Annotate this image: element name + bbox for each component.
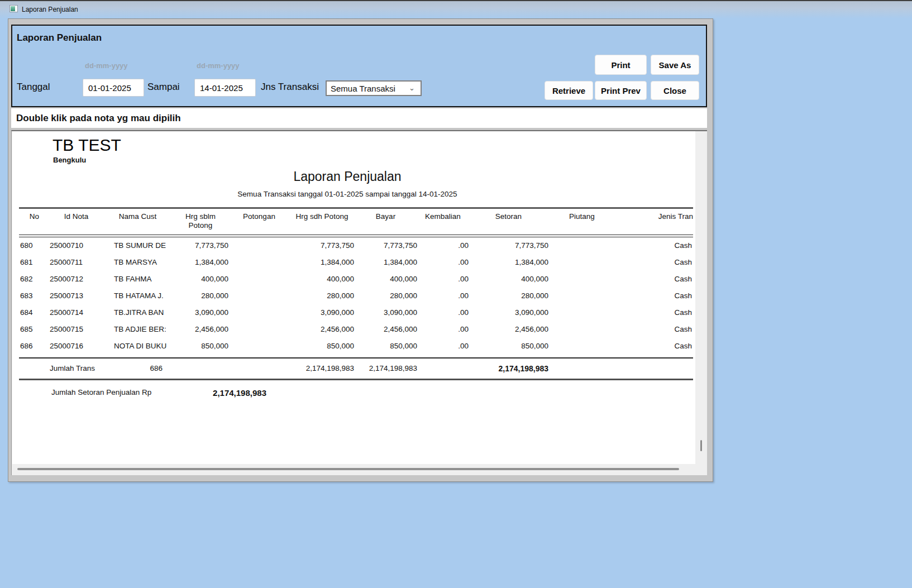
totals-count: 686 <box>103 362 173 375</box>
cell-id-nota: 25000715 <box>50 321 103 338</box>
cell-bayar: 280,000 <box>354 288 417 304</box>
cell-id-nota: 25000716 <box>50 338 103 355</box>
table-end-rule <box>19 357 693 358</box>
totals-label: Jumlah Trans <box>50 362 103 375</box>
panel-title: Laporan Penjualan <box>17 32 102 44</box>
column-header-id-nota: Id Nota <box>50 212 103 235</box>
cell-hrg-sdh: 2,456,000 <box>290 321 354 338</box>
report-viewer: TB TEST Bengkulu Laporan Penjualan Semua… <box>11 130 707 475</box>
cell-no: 685 <box>19 321 50 338</box>
table-row[interactable]: 681 25000711 TB MARSYA 1,384,000 1,384,0… <box>19 254 693 271</box>
cell-potongan <box>228 271 290 288</box>
cell-nama-cust: TB FAHMA <box>103 271 173 288</box>
cell-nama-cust: TB.JITRA BAN <box>103 304 173 321</box>
cell-nama-cust: TB MARSYA <box>103 254 173 271</box>
column-header-piutang: Piutang <box>548 212 615 235</box>
table-row[interactable]: 685 25000715 TB ADJIE BER: 2,456,000 2,4… <box>19 321 693 338</box>
cell-jenis-tran: Cash <box>615 338 693 355</box>
cell-bayar: 1,384,000 <box>354 254 417 271</box>
print-button[interactable]: Print <box>595 55 647 75</box>
cell-nama-cust: NOTA DI BUKU <box>103 338 173 355</box>
cell-jenis-tran: Cash <box>615 254 693 271</box>
vertical-scrollbar-thumb[interactable] <box>700 440 702 451</box>
totals-bottom-rule <box>19 379 693 380</box>
cell-setoran: 400,000 <box>469 271 548 288</box>
report-subtitle: Semua Transaksi tanggal 01-01-2025 sampa… <box>12 190 682 198</box>
table-row[interactable]: 684 25000714 TB.JITRA BAN 3,090,000 3,09… <box>19 304 693 321</box>
table-body: 680 25000710 TB SUMUR DE 7,773,750 7,773… <box>19 237 693 355</box>
cell-hrg-sblm: 280,000 <box>173 288 228 304</box>
cell-jenis-tran: Cash <box>615 304 693 321</box>
cell-bayar: 7,773,750 <box>354 237 417 254</box>
cell-hrg-sdh: 7,773,750 <box>290 237 354 254</box>
cell-hrg-sblm: 1,384,000 <box>173 254 228 271</box>
cell-id-nota: 25000710 <box>50 237 103 254</box>
retrieve-button[interactable]: Retrieve <box>545 81 593 100</box>
cell-id-nota: 25000713 <box>50 288 103 304</box>
cell-bayar: 400,000 <box>354 271 417 288</box>
table-row[interactable]: 682 25000712 TB FAHMA 400,000 400,000 40… <box>19 271 693 288</box>
column-header-hrg-sdh: Hrg sdh Potong <box>290 212 354 235</box>
cell-no: 681 <box>19 254 50 271</box>
column-header-no: No <box>19 212 50 235</box>
report-page: TB TEST Bengkulu Laporan Penjualan Semua… <box>12 131 695 464</box>
cell-piutang <box>548 271 615 288</box>
cell-id-nota: 25000711 <box>50 254 103 271</box>
cell-piutang <box>548 321 615 338</box>
sampai-input[interactable] <box>194 79 256 97</box>
cell-hrg-sblm: 7,773,750 <box>173 237 228 254</box>
cell-piutang <box>548 304 615 321</box>
cell-no: 686 <box>19 338 50 355</box>
jns-transaksi-select[interactable]: Semua Transaksi ⌄ <box>326 80 422 96</box>
cell-hrg-sdh: 400,000 <box>290 271 354 288</box>
cell-potongan <box>228 304 290 321</box>
column-header-nama-cust: Nama Cust <box>103 212 173 235</box>
cell-piutang <box>548 237 615 254</box>
date-format-hint: dd-mm-yyyy <box>197 61 240 70</box>
table-row[interactable]: 683 25000713 TB HATAMA J. 280,000 280,00… <box>19 288 693 304</box>
cell-setoran: 1,384,000 <box>469 254 548 271</box>
print-prev-button[interactable]: Print Prev <box>595 81 647 100</box>
cell-no: 680 <box>19 237 50 254</box>
column-header-bayar: Bayar <box>354 212 417 235</box>
cell-setoran: 2,456,000 <box>469 321 548 338</box>
cell-setoran: 850,000 <box>469 338 548 355</box>
cell-nama-cust: TB HATAMA J. <box>103 288 173 304</box>
sampai-label: Sampai <box>147 82 180 93</box>
jns-transaksi-selected-value: Semua Transaksi <box>331 84 395 93</box>
cell-potongan <box>228 288 290 304</box>
cell-no: 683 <box>19 288 50 304</box>
report-table: No Id Nota Nama Cust Hrg sblm Potong Pot… <box>19 207 693 399</box>
cell-bayar: 3,090,000 <box>354 304 417 321</box>
save-as-button[interactable]: Save As <box>651 55 699 75</box>
cell-id-nota: 25000712 <box>50 271 103 288</box>
cell-hrg-sblm: 850,000 <box>173 338 228 355</box>
tanggal-input[interactable] <box>83 79 144 97</box>
close-button[interactable]: Close <box>651 81 699 100</box>
cell-hrg-sdh: 3,090,000 <box>290 304 354 321</box>
cell-kembalian: .00 <box>417 288 469 304</box>
cell-potongan <box>228 338 290 355</box>
form-icon <box>9 5 18 12</box>
cell-hrg-sblm: 2,456,000 <box>173 321 228 338</box>
cell-hrg-sblm: 400,000 <box>173 271 228 288</box>
table-row[interactable]: 686 25000716 NOTA DI BUKU 850,000 850,00… <box>19 338 693 355</box>
table-row[interactable]: 680 25000710 TB SUMUR DE 7,773,750 7,773… <box>19 237 693 254</box>
hint-bar: Double klik pada nota yg mau dipilih <box>11 108 707 128</box>
cell-bayar: 850,000 <box>354 338 417 355</box>
totals-row: Jumlah Trans 686 2,174,198,983 2,174,198… <box>19 362 693 375</box>
cell-no: 682 <box>19 271 50 288</box>
summary-row: Jumlah Setoran Penjualan Rp 2,174,198,98… <box>19 388 693 399</box>
cell-jenis-tran: Cash <box>615 237 693 254</box>
cell-setoran: 280,000 <box>469 288 548 304</box>
cell-jenis-tran: Cash <box>615 321 693 338</box>
horizontal-scrollbar-thumb[interactable] <box>17 468 679 470</box>
tanggal-label: Tanggal <box>17 82 50 93</box>
totals-hrg-sdh: 2,174,198,983 <box>290 362 354 375</box>
cell-piutang <box>548 288 615 304</box>
cell-setoran: 3,090,000 <box>469 304 548 321</box>
cell-kembalian: .00 <box>417 254 469 271</box>
cell-hrg-sdh: 850,000 <box>290 338 354 355</box>
cell-hrg-sdh: 1,384,000 <box>290 254 354 271</box>
window-titlebar: Laporan Penjualan <box>0 0 912 18</box>
